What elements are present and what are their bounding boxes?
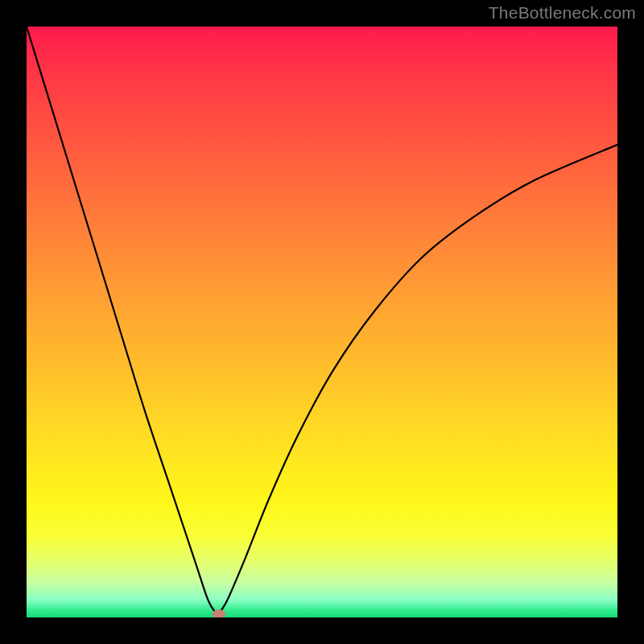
curve-svg [27,27,617,617]
watermark-text: TheBottleneck.com [489,3,636,23]
minimum-marker [213,609,225,617]
bottleneck-curve [27,27,617,613]
chart-stage: TheBottleneck.com [0,0,644,644]
plot-area [27,27,617,617]
